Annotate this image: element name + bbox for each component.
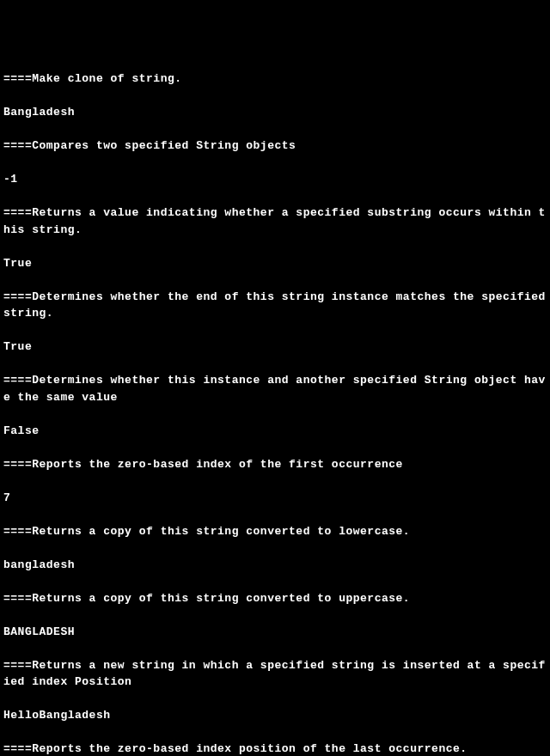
console-line: ====Reports the zero-based index of the … <box>3 456 547 473</box>
console-line <box>3 573 547 590</box>
console-line <box>3 356 547 373</box>
console-line: ====Returns a new string in which a spec… <box>3 657 547 691</box>
console-line <box>3 88 547 105</box>
console-line: -1 <box>3 171 547 188</box>
console-line <box>3 121 547 138</box>
console-line <box>3 472 547 490</box>
console-line <box>3 238 547 255</box>
console-line: True <box>3 255 547 272</box>
console-line: ====Returns a copy of this string conver… <box>3 590 547 607</box>
console-line: ====Make clone of string. <box>3 70 547 88</box>
console-output: ====Make clone of string.Bangladesh====C… <box>3 70 547 756</box>
console-line: ====Reports the zero-based index positio… <box>3 741 547 756</box>
console-line <box>3 439 547 456</box>
console-line: False <box>3 423 547 440</box>
console-line <box>3 540 547 557</box>
console-line <box>3 405 547 423</box>
console-line: Bangladesh <box>3 104 547 121</box>
console-line <box>3 640 547 657</box>
console-line <box>3 188 547 205</box>
console-line: HelloBangladesh <box>3 707 547 724</box>
console-line: True <box>3 338 547 356</box>
console-line <box>3 271 547 289</box>
console-line <box>3 506 547 523</box>
console-line: ====Returns a value indicating whether a… <box>3 204 547 238</box>
console-line <box>3 607 547 624</box>
console-line: ====Determines whether this instance and… <box>3 372 547 405</box>
console-line: ====Compares two specified String object… <box>3 137 547 155</box>
console-line <box>3 691 547 708</box>
console-line <box>3 155 547 172</box>
console-line <box>3 724 547 741</box>
console-line: ====Returns a copy of this string conver… <box>3 523 547 540</box>
console-line: ====Determines whether the end of this s… <box>3 289 547 322</box>
console-line: BANGLADESH <box>3 624 547 641</box>
console-line: 7 <box>3 490 547 507</box>
console-line: bangladesh <box>3 557 547 574</box>
console-line <box>3 322 547 339</box>
